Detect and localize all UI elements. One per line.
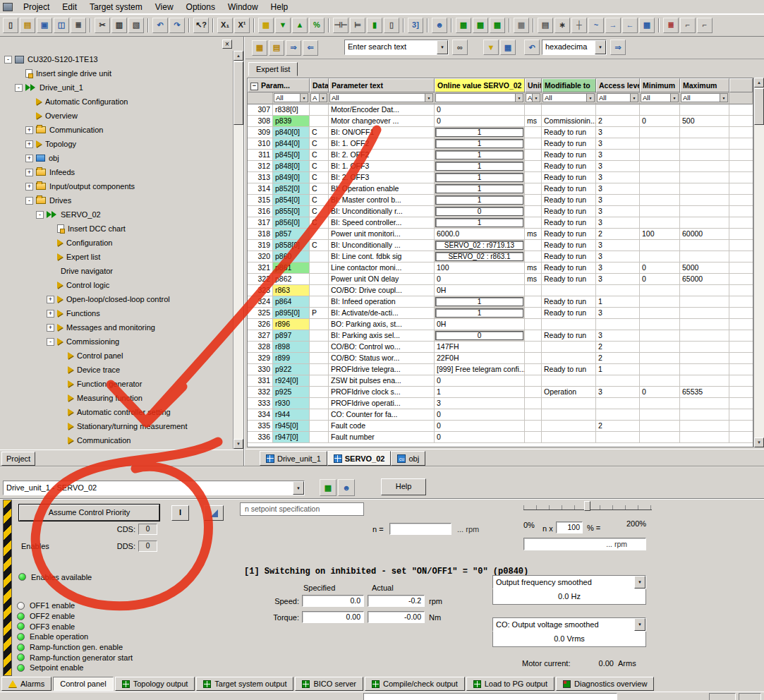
doc-tab-drive-unit-1[interactable]: Drive_unit_1 <box>260 451 327 466</box>
column-header-param[interactable]: Param... <box>248 78 310 92</box>
tree-item-function-generator[interactable]: Function generator <box>1 377 232 391</box>
column-header-unit[interactable]: Unit <box>525 78 542 92</box>
online-value[interactable]: 1 <box>435 138 525 150</box>
users-button[interactable]: ☻ <box>432 18 447 33</box>
tree-item-overview[interactable]: Overview <box>1 109 232 123</box>
chevron-down-icon[interactable] <box>437 40 448 54</box>
chart-1-button[interactable]: ▦ <box>456 18 471 33</box>
assume-control-priority-button[interactable]: Assume Control Priority <box>18 504 160 521</box>
find-button[interactable]: ∞ <box>452 40 468 55</box>
value-box[interactable]: 1 <box>435 173 523 182</box>
undo-button[interactable]: ↶ <box>152 18 168 33</box>
filter-button[interactable]: ▼ <box>483 40 499 55</box>
value-box[interactable]: SERVO_02 : r863.1 <box>435 252 523 261</box>
insert-row-button[interactable]: ┼ <box>571 18 587 33</box>
table-scrollbar[interactable] <box>753 78 764 447</box>
chevron-down-icon[interactable] <box>586 94 594 102</box>
online-value[interactable]: 1 <box>435 296 525 308</box>
grid-select-button[interactable]: ▦ <box>639 18 655 33</box>
tree-item-cu320-s120-1te13[interactable]: -CU320-S120-1TE13 <box>1 52 232 66</box>
back-button[interactable]: ↶ <box>524 40 540 55</box>
tree-item-functions[interactable]: +Functions <box>1 306 232 320</box>
param-name[interactable]: p858[0] <box>273 240 310 251</box>
online-value[interactable]: 0 <box>435 274 525 285</box>
online-value[interactable]: 0 <box>435 421 525 432</box>
chevron-down-icon[interactable] <box>595 40 606 54</box>
filter-combo[interactable]: All <box>681 93 728 102</box>
online-value[interactable]: 1 <box>435 150 525 161</box>
value-box[interactable]: SERVO_02 : r9719.13 <box>435 241 523 250</box>
collapse-icon[interactable]: - <box>25 197 33 205</box>
value-box[interactable]: 1 <box>435 297 523 306</box>
column-header-modifiable-to[interactable]: Modifiable to <box>542 78 596 92</box>
disconnect-button[interactable]: ⊣⊢ <box>333 18 348 33</box>
filter-combo[interactable]: All <box>542 93 595 102</box>
collapse-icon[interactable]: - <box>36 211 44 219</box>
tree-item-communication[interactable]: +Communication <box>1 123 232 137</box>
gear-button[interactable]: ∗ <box>554 18 570 33</box>
panel-user-button[interactable]: ☻ <box>338 479 355 496</box>
param-name[interactable]: p860 <box>273 251 310 262</box>
scroll-thumb[interactable] <box>234 61 243 125</box>
save-button[interactable]: ▣ <box>37 18 52 33</box>
chevron-down-icon[interactable] <box>532 94 540 102</box>
param-name[interactable]: r924[0] <box>273 375 310 387</box>
param-name[interactable]: p852[0] <box>273 183 310 195</box>
tree-item-drive-unit-1[interactable]: -Drive_unit_1 <box>1 80 232 95</box>
column-header-minimum[interactable]: Minimum <box>640 78 680 92</box>
online-value[interactable]: 1 <box>435 127 525 138</box>
online-value[interactable]: 1 <box>435 195 525 206</box>
tree-item-control-logic[interactable]: Control logic <box>1 278 232 292</box>
online-value[interactable]: 0 <box>435 104 525 116</box>
x-sub-button[interactable]: X₁ <box>217 18 233 33</box>
param-name[interactable]: p925 <box>273 387 310 398</box>
help-button[interactable]: Help <box>381 478 426 495</box>
open-folder-button[interactable]: ▤ <box>20 18 35 33</box>
expand-icon[interactable]: + <box>25 155 33 162</box>
list-open-button[interactable]: ▤ <box>269 40 284 56</box>
expand-icon[interactable]: + <box>47 324 54 332</box>
output-list-button[interactable]: ≣ <box>663 18 679 33</box>
param-name[interactable]: p922 <box>273 364 310 375</box>
chevron-down-icon[interactable] <box>630 94 638 102</box>
expand-icon[interactable]: + <box>25 169 33 176</box>
tree-item-configuration[interactable]: Configuration <box>1 236 232 250</box>
menu-item-project[interactable]: Project <box>17 0 56 14</box>
param-name[interactable]: r896 <box>273 319 310 330</box>
bottom-tab-alarms[interactable]: Alarms <box>1 677 51 691</box>
column-header-data[interactable]: Data <box>310 78 329 92</box>
column-header-maximum[interactable]: Maximum <box>680 78 729 92</box>
param-name[interactable]: p857 <box>273 229 310 240</box>
collapse-icon[interactable]: - <box>15 84 23 92</box>
chart-2-button[interactable]: ▦ <box>473 18 488 33</box>
jog-button[interactable] <box>204 505 224 521</box>
param-name[interactable]: p845[0] <box>273 150 310 161</box>
move-left-button[interactable]: ← <box>622 18 638 33</box>
tree-item-servo-02[interactable]: -SERVO_02 <box>1 207 232 222</box>
doc-tab-obj[interactable]: cuobj <box>391 451 425 466</box>
datasets-button[interactable]: 3] <box>408 18 423 33</box>
online-value[interactable]: 22F0H <box>435 353 525 364</box>
online-value[interactable]: 0 <box>435 409 525 421</box>
filter-combo[interactable]: Al <box>526 93 540 102</box>
param-name[interactable]: r899 <box>273 353 310 364</box>
dock-right-button[interactable]: ⌐ <box>697 18 713 33</box>
online-value[interactable]: 0H <box>435 319 525 330</box>
scroll-thumb[interactable] <box>754 88 764 125</box>
chevron-down-icon[interactable] <box>670 94 678 102</box>
param-name[interactable]: p840[0] <box>273 127 310 138</box>
voltage-signal-select[interactable]: CO: Output voltage smoothed <box>492 617 646 632</box>
bottom-tab-topology-output[interactable]: Topology output <box>115 677 195 691</box>
value-box[interactable]: 1 <box>435 150 523 159</box>
value-box[interactable]: 1 <box>435 184 523 193</box>
column-header-online-value-servo-02[interactable]: Online value SERVO_02 <box>435 78 525 92</box>
online-value[interactable]: 1 <box>435 183 525 195</box>
book-button[interactable]: ▤ <box>538 18 553 33</box>
expand-icon[interactable]: + <box>25 140 33 148</box>
param-name[interactable]: p849[0] <box>273 172 310 183</box>
curve-button[interactable]: ~ <box>588 18 604 33</box>
list-edit-button[interactable]: ▦ <box>252 40 267 56</box>
param-name[interactable]: r947[0] <box>273 432 310 443</box>
scroll-down-icon[interactable] <box>754 438 764 447</box>
online-value[interactable]: SERVO_02 : r863.1 <box>435 251 525 262</box>
